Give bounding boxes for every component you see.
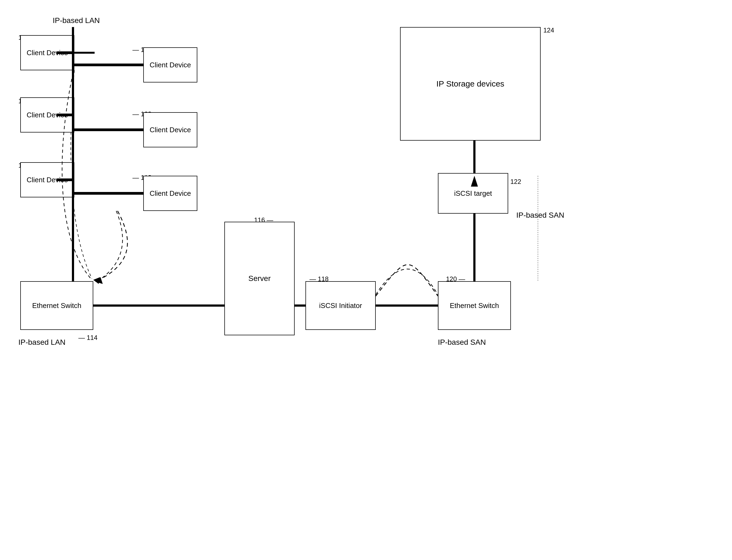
svg-marker-11 [93, 277, 100, 284]
diagram-lines [0, 0, 732, 560]
ref-118: — 118 [310, 275, 329, 283]
ref-114: — 114 [78, 334, 98, 342]
iscsi-initiator-118: iSCSI Initiator [306, 281, 376, 330]
client-device-108: Client Device [143, 112, 197, 147]
ip-storage-124: IP Storage devices [400, 27, 541, 141]
client-device-104: Client Device [143, 47, 197, 82]
ip-based-san-bottom-label: IP-based SAN [438, 338, 486, 347]
client-device-112: Client Device [143, 176, 197, 211]
ethernet-switch-120: Ethernet Switch [438, 281, 511, 330]
ip-based-lan-bottom-label: IP-based LAN [18, 338, 65, 347]
ref-124: 124 [543, 26, 554, 34]
ip-based-lan-top-label: IP-based LAN [53, 16, 100, 25]
ref-120: 120 — [446, 275, 465, 283]
ref-116: 116 — [254, 216, 273, 224]
diagram: IP-based LAN 102 — Client Device 106 — C… [0, 0, 732, 560]
iscsi-target-122: iSCSI target [438, 173, 508, 214]
connections-overlay [0, 0, 732, 560]
server-116: Server [224, 222, 295, 335]
ip-based-san-right-label: IP-based SAN [516, 211, 564, 220]
ref-122: 122 [510, 178, 521, 185]
client-device-106: Client Device [20, 97, 74, 132]
client-device-102: Client Device [20, 35, 74, 70]
ethernet-switch-114: Ethernet Switch [20, 281, 93, 330]
svg-marker-34 [95, 277, 103, 284]
client-device-110: Client Device [20, 162, 74, 197]
